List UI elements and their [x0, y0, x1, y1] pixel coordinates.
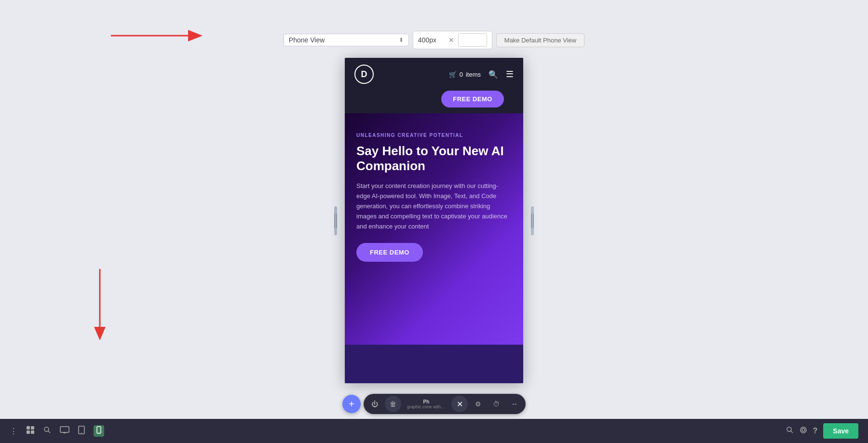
add-section-button[interactable]: +: [342, 395, 361, 413]
svg-rect-10: [60, 427, 69, 432]
close-icon: ✕: [457, 400, 463, 409]
svg-rect-5: [31, 426, 34, 430]
phone-cart: 🛒 0 items: [449, 71, 481, 78]
svg-rect-6: [27, 430, 30, 434]
svg-point-14: [81, 432, 82, 433]
tablet-icon: [78, 426, 85, 436]
svg-line-18: [791, 431, 793, 433]
resize-button[interactable]: ↔: [506, 396, 523, 412]
phone-nav-right: 🛒 0 items 🔍 ☰: [449, 69, 514, 80]
section-label-main: Ph: [423, 399, 430, 404]
view-select-arrow-icon: ⬍: [399, 37, 404, 43]
power-icon: ⏻: [371, 400, 378, 408]
phone-nav-demo-button[interactable]: FREE DEMO: [441, 91, 504, 107]
svg-point-8: [44, 427, 49, 431]
layout-button[interactable]: [26, 426, 35, 436]
px-input-wrapper: ✕: [413, 31, 492, 49]
save-button[interactable]: Save: [823, 423, 858, 439]
phone-hero: UNLEASHING CREATIVE POTENTIAL Say Hello …: [345, 113, 523, 345]
close-toolbar-button[interactable]: ✕: [451, 396, 468, 412]
section-label-group: Ph graphic cone with a ch... chip cookie…: [403, 398, 449, 410]
section-label-sub: graphic cone with a ch... chip cookie on…: [407, 404, 446, 409]
history-icon: ⏱: [493, 400, 500, 408]
bottom-bar: ⋮: [0, 419, 868, 443]
make-default-button[interactable]: Make Default Phone View: [496, 33, 584, 47]
px-input[interactable]: [418, 36, 445, 44]
search-right-button[interactable]: [786, 426, 794, 436]
phone-nav: D 🛒 0 items 🔍 ☰: [345, 58, 523, 91]
layout-icon: [26, 426, 35, 436]
power-button[interactable]: ⏻: [366, 396, 383, 412]
top-toolbar: Phone View Desktop View Tablet View ⬍ ✕ …: [0, 31, 868, 49]
more-icon: ⋮: [10, 427, 17, 436]
bottom-right-actions: ? Save: [786, 423, 858, 439]
add-icon: +: [349, 399, 354, 410]
tablet-view-button[interactable]: [78, 426, 85, 436]
hero-tagline: UNLEASHING CREATIVE POTENTIAL: [356, 133, 512, 138]
resize-handle-right[interactable]: [531, 206, 534, 235]
svg-rect-7: [31, 430, 34, 434]
svg-line-9: [48, 431, 50, 433]
svg-point-17: [787, 427, 791, 431]
phone-preview: D 🛒 0 items 🔍 ☰ FREE DEMO UNLEASHING CRE…: [345, 58, 523, 383]
svg-point-19: [800, 427, 806, 433]
search-bottom-button[interactable]: [43, 426, 51, 436]
px-close-icon[interactable]: ✕: [448, 36, 454, 44]
center-toolbar: + ⏻ 🗑 Ph graphic cone with a ch... chip …: [342, 394, 526, 414]
delete-button[interactable]: 🗑: [385, 396, 401, 412]
hero-demo-button[interactable]: FREE DEMO: [356, 243, 423, 262]
resize-icon: ↔: [511, 400, 518, 408]
svg-point-20: [802, 429, 805, 431]
view-select-wrapper[interactable]: Phone View Desktop View Tablet View ⬍: [284, 34, 409, 46]
canvas-area: D 🛒 0 items 🔍 ☰ FREE DEMO UNLEASHING CRE…: [0, 0, 868, 419]
cart-label: items: [466, 71, 481, 78]
preview-wrapper: D 🛒 0 items 🔍 ☰ FREE DEMO UNLEASHING CRE…: [345, 58, 523, 383]
phone-icon: [96, 426, 101, 436]
hero-body: Start your content creation journey with…: [356, 181, 512, 231]
svg-point-16: [98, 432, 99, 432]
phone-section: [345, 345, 523, 383]
more-options-button[interactable]: ⋮: [10, 427, 17, 436]
phone-logo: D: [354, 65, 374, 84]
phone-menu-icon: ☰: [506, 69, 514, 80]
search-bottom-icon: [43, 426, 51, 436]
view-select[interactable]: Phone View Desktop View Tablet View: [289, 36, 395, 44]
help-button[interactable]: ?: [813, 427, 818, 435]
hero-title: Say Hello to Your New AI Companion: [356, 144, 512, 174]
cart-count: 0: [460, 71, 463, 78]
desktop-icon: [60, 426, 69, 436]
bottom-left-icons: ⋮: [10, 425, 104, 437]
cart-icon: 🛒: [449, 71, 457, 78]
history-button[interactable]: ⏱: [488, 396, 504, 412]
svg-rect-4: [27, 426, 30, 430]
trash-icon: 🗑: [390, 400, 396, 408]
layers-button[interactable]: [800, 426, 807, 436]
phone-search-icon: 🔍: [488, 70, 498, 79]
settings-button[interactable]: ⚙: [470, 396, 486, 412]
settings-icon: ⚙: [475, 400, 481, 408]
resize-handle-left[interactable]: [334, 206, 337, 235]
phone-view-button[interactable]: [94, 425, 104, 437]
px-extra-field: [458, 33, 487, 47]
section-toolbar-bar: ⏻ 🗑 Ph graphic cone with a ch... chip co…: [364, 394, 526, 414]
desktop-view-button[interactable]: [60, 426, 69, 436]
